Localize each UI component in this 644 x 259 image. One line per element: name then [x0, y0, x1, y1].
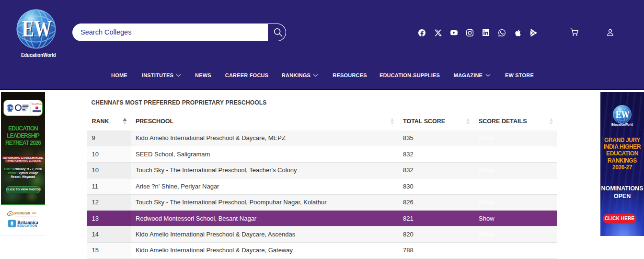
svg-text:EW: EW — [616, 108, 630, 120]
svg-text:EW: EW — [22, 16, 52, 41]
svg-text:EW: EW — [7, 106, 13, 110]
